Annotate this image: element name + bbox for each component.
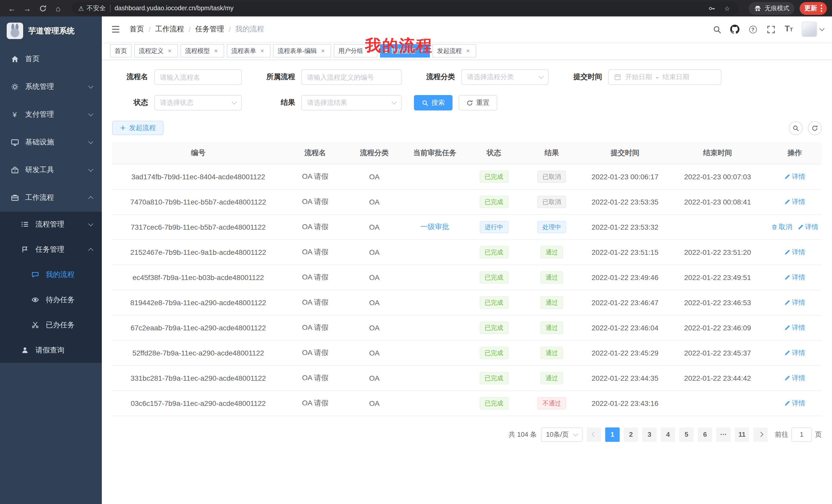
- detail-link[interactable]: 详情: [784, 323, 805, 332]
- cell-category: OA: [346, 315, 402, 340]
- cell-category: OA: [346, 365, 402, 390]
- sidebar-item-workflow[interactable]: 工作流程: [0, 184, 102, 212]
- current-task-link[interactable]: 一级审批: [420, 222, 449, 230]
- sidebar-item-task-mgmt[interactable]: 任务管理: [0, 237, 102, 262]
- cell-current-task: [402, 264, 467, 290]
- hamburger-icon[interactable]: [110, 24, 121, 35]
- breadcrumb-task-mgmt[interactable]: 任务管理: [196, 25, 224, 34]
- user-menu[interactable]: [802, 22, 824, 37]
- github-icon[interactable]: [730, 24, 740, 34]
- table-header-row: 编号 流程名 流程分类 当前审批任务 状态 结果 提交时间 结束时间 操作: [112, 142, 822, 164]
- col-result: 结果: [521, 142, 582, 164]
- update-button[interactable]: 更新: [800, 2, 827, 15]
- category-select[interactable]: 请选择流程分类: [461, 69, 549, 85]
- address-bar[interactable]: ⚠ 不安全 dashboard.yudao.iocoder.cn/bpm/tas…: [72, 2, 738, 15]
- page-button[interactable]: 5: [679, 427, 694, 442]
- close-icon[interactable]: ×: [319, 47, 327, 54]
- page-size-select[interactable]: 10条/页: [541, 427, 582, 442]
- detail-link[interactable]: 详情: [784, 298, 805, 307]
- browser-menu-icon[interactable]: [821, 5, 822, 12]
- url-text[interactable]: dashboard.yudao.iocoder.cn/bpm/task/my: [114, 5, 702, 12]
- tab-label: 流程表单: [231, 47, 256, 55]
- logo[interactable]: 芋道管理系统: [0, 17, 102, 45]
- tab-label: 首页: [115, 47, 127, 55]
- detail-link[interactable]: 详情: [784, 172, 805, 181]
- refresh-table-button[interactable]: [808, 121, 822, 135]
- close-icon[interactable]: ×: [166, 47, 173, 54]
- cell-id: 2152467e-7b9b-11ec-9a1b-acde48001122: [112, 240, 284, 264]
- forward-icon[interactable]: →: [21, 2, 34, 15]
- sidebar-item-leave-query[interactable]: 请假查询: [0, 338, 102, 363]
- search-button[interactable]: 搜索: [414, 95, 452, 110]
- breadcrumb-home[interactable]: 首页: [130, 25, 144, 34]
- back-icon[interactable]: ←: [5, 2, 19, 15]
- page-button[interactable]: 2: [624, 427, 638, 442]
- sidebar-item-system[interactable]: 系统管理: [0, 73, 102, 101]
- reload-icon[interactable]: [36, 2, 49, 15]
- tab-process-definition[interactable]: 流程定义×: [134, 44, 178, 58]
- cell-category: OA: [346, 264, 402, 290]
- breadcrumb-workflow[interactable]: 工作流程: [155, 25, 184, 34]
- more-pages-button[interactable]: ···: [716, 427, 731, 442]
- next-page-button[interactable]: [753, 427, 768, 442]
- sidebar-item-process-mgmt[interactable]: 流程管理: [0, 212, 102, 237]
- close-icon[interactable]: ×: [212, 47, 219, 54]
- font-size-icon[interactable]: TT: [784, 24, 794, 34]
- cell-category: OA: [346, 189, 402, 214]
- fullscreen-icon[interactable]: [766, 24, 776, 34]
- page-button[interactable]: 1: [605, 427, 620, 442]
- sidebar-item-devtools[interactable]: 研发工具: [0, 156, 102, 184]
- detail-link[interactable]: 详情: [784, 373, 805, 383]
- tab-process-form[interactable]: 流程表单×: [227, 44, 270, 58]
- process-name-input[interactable]: [154, 69, 242, 85]
- sidebar-item-infrastructure[interactable]: 基础设施: [0, 129, 102, 156]
- goto-page-input[interactable]: [791, 427, 812, 442]
- create-process-button[interactable]: 发起流程: [112, 121, 163, 135]
- cell-actions: 详情: [768, 365, 822, 390]
- page-button[interactable]: 4: [661, 427, 675, 442]
- star-icon[interactable]: ☆: [722, 3, 732, 13]
- cell-end-time: 2022-01-22 23:46:53: [668, 290, 768, 315]
- reset-button[interactable]: 重置: [459, 95, 497, 110]
- reset-button-label: 重置: [476, 98, 490, 107]
- detail-link[interactable]: 详情: [784, 398, 805, 408]
- parent-process-input[interactable]: [301, 69, 401, 85]
- table-row: 331bc281-7b9a-11ec-a290-acde48001122 OA …: [112, 365, 822, 390]
- sidebar-item-payment[interactable]: ¥ 支付管理: [0, 101, 102, 129]
- tab-process-model[interactable]: 流程模型×: [181, 44, 224, 58]
- page-button[interactable]: 3: [642, 427, 657, 442]
- cancel-link[interactable]: 取消: [771, 222, 792, 231]
- help-icon[interactable]: ?: [748, 24, 758, 34]
- toggle-search-button[interactable]: [789, 121, 803, 135]
- detail-link[interactable]: 详情: [784, 247, 805, 257]
- detail-link[interactable]: 详情: [784, 273, 805, 282]
- home-icon[interactable]: ⌂: [51, 2, 65, 15]
- status-select[interactable]: 请选择状态: [154, 95, 242, 110]
- status-badge: 已完成: [479, 246, 508, 258]
- close-icon[interactable]: ×: [259, 47, 266, 54]
- detail-link[interactable]: 详情: [784, 197, 805, 206]
- close-icon[interactable]: ×: [464, 47, 471, 54]
- tab-process-form-edit[interactable]: 流程表单-编辑×: [273, 44, 331, 58]
- avatar[interactable]: [802, 22, 817, 37]
- page-button[interactable]: 6: [698, 427, 712, 442]
- status-badge: 进行中: [479, 221, 508, 233]
- sidebar-item-home[interactable]: 首页: [0, 45, 102, 73]
- sidebar-item-label: 研发工具: [25, 165, 89, 175]
- cell-name: OA 请假: [284, 264, 346, 290]
- key-icon[interactable]: [706, 3, 717, 13]
- detail-link[interactable]: 详情: [784, 348, 805, 357]
- page-button[interactable]: 11: [735, 427, 749, 442]
- sidebar-item-done-tasks[interactable]: 已办任务: [0, 312, 102, 338]
- sidebar-item-my-process[interactable]: 我的流程: [0, 262, 102, 287]
- tab-home[interactable]: 首页: [110, 44, 132, 58]
- result-select[interactable]: 请选择流结果: [301, 95, 401, 110]
- search-icon[interactable]: [712, 24, 722, 34]
- security-warning[interactable]: ⚠ 不安全: [78, 4, 106, 12]
- prev-page-button[interactable]: [587, 427, 601, 442]
- sidebar-item-todo-tasks[interactable]: 待办任务: [0, 287, 102, 312]
- cell-result: 通过: [521, 290, 582, 315]
- detail-link[interactable]: 详情: [797, 222, 818, 231]
- tab-start-process[interactable]: 发起流程×: [433, 44, 476, 58]
- submit-time-range-picker[interactable]: 开始日期 - 结束日期: [608, 69, 722, 85]
